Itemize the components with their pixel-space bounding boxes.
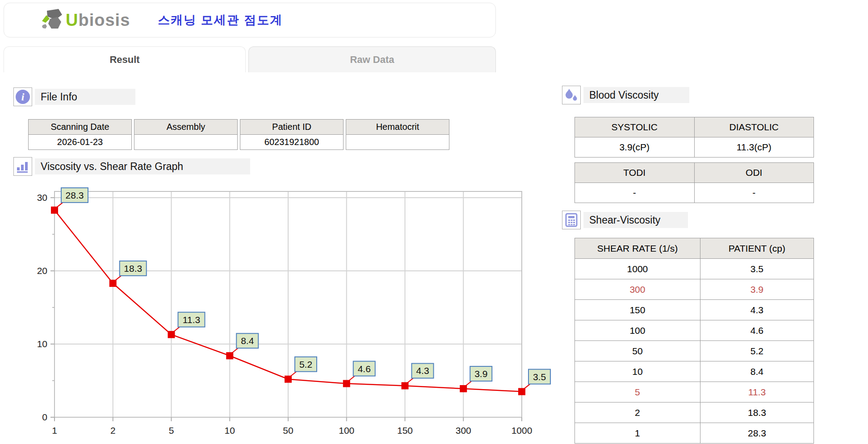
shear-row: 511.3 — [575, 382, 814, 403]
viscosity-chart-svg: 01020301251050100150300100028.318.311.38… — [27, 184, 572, 442]
viscosity-chart: 01020301251050100150300100028.318.311.38… — [27, 184, 572, 444]
svg-text:1000: 1000 — [512, 425, 533, 436]
diastolic-value: 11.3(cP) — [694, 137, 814, 158]
svg-text:11.3: 11.3 — [183, 315, 200, 325]
info-icon: i — [13, 87, 32, 106]
shear-row: 1004.6 — [575, 320, 814, 341]
svg-text:300: 300 — [456, 425, 471, 436]
file-info-field-value: 2026-01-23 — [29, 135, 131, 149]
shear-cell: 100 — [575, 320, 700, 341]
svg-text:8.4: 8.4 — [241, 336, 254, 346]
todi-header: TODI — [575, 163, 695, 183]
tab-raw-data[interactable]: Raw Data — [248, 46, 496, 72]
systolic-header: SYSTOLIC — [575, 117, 695, 137]
shear-cell: 10 — [575, 361, 700, 382]
shear-cell: 4.6 — [700, 320, 813, 341]
svg-text:50: 50 — [283, 425, 293, 436]
shear-row: 1504.3 — [575, 300, 814, 320]
shear-row: 108.4 — [575, 361, 814, 382]
file-info-field-label: Assembly — [134, 120, 237, 135]
shear-cell: 150 — [575, 300, 700, 320]
tab-result[interactable]: Result — [4, 46, 246, 72]
ubiosis-logo-icon — [42, 9, 65, 30]
svg-text:28.3: 28.3 — [66, 190, 84, 200]
bar-chart-icon — [13, 157, 32, 176]
graph-section-header: Viscosity vs. Shear Rate Graph — [13, 157, 250, 176]
file-info-field: Scanning Date2026-01-23 — [28, 119, 132, 150]
svg-text:3.5: 3.5 — [533, 372, 546, 382]
blood-drops-icon — [562, 86, 581, 104]
blood-viscosity-title: Blood Viscosity — [583, 87, 689, 103]
shear-row: 218.3 — [575, 403, 814, 423]
todi-odi-table: TODI ODI - - — [574, 162, 814, 203]
svg-text:150: 150 — [397, 425, 413, 436]
shear-cell: 4.3 — [700, 300, 813, 320]
svg-text:100: 100 — [339, 425, 354, 436]
file-info-field-value — [134, 135, 237, 149]
svg-text:18.3: 18.3 — [124, 263, 142, 274]
svg-text:1: 1 — [52, 425, 57, 436]
svg-text:4.6: 4.6 — [358, 364, 371, 374]
shear-cell: 11.3 — [700, 382, 813, 403]
shear-cell: 300 — [575, 279, 700, 300]
shear-cell: 3.9 — [700, 279, 813, 300]
svg-text:20: 20 — [37, 266, 47, 276]
blood-viscosity-section-header: Blood Viscosity — [562, 86, 689, 104]
shear-row: 505.2 — [575, 341, 814, 361]
odi-header: ODI — [694, 163, 814, 183]
file-info-field-value — [346, 135, 449, 149]
file-info-field: Patient ID60231921800 — [240, 119, 344, 150]
svg-text:10: 10 — [37, 339, 47, 349]
patient-header: PATIENT (cp) — [700, 238, 813, 259]
graph-title: Viscosity vs. Shear Rate Graph — [35, 158, 250, 174]
shear-cell: 18.3 — [700, 403, 813, 423]
file-info-title: File Info — [35, 89, 135, 105]
systolic-value: 3.9(cP) — [575, 137, 695, 158]
shear-cell: 5 — [575, 382, 700, 403]
app-korean-title: 스캐닝 모세관 점도계 — [158, 12, 283, 28]
file-info-field-label: Hematocrit — [346, 120, 449, 135]
shear-row: 128.3 — [575, 423, 814, 444]
app-header: Ubiosis 스캐닝 모세관 점도계 — [4, 3, 496, 37]
svg-text:5.2: 5.2 — [299, 359, 312, 369]
todi-value: - — [575, 183, 695, 203]
shear-cell: 5.2 — [700, 341, 813, 361]
shear-viscosity-title: Shear-Viscosity — [583, 212, 688, 228]
shear-cell: 50 — [575, 341, 700, 361]
file-info-field: Assembly — [134, 119, 238, 150]
shear-rate-header: SHEAR RATE (1/s) — [575, 238, 700, 259]
odi-value: - — [694, 183, 814, 203]
shear-cell: 1000 — [575, 259, 700, 279]
file-info-field: Hematocrit — [346, 119, 449, 150]
shear-cell: 28.3 — [700, 423, 813, 444]
shear-cell: 2 — [575, 403, 700, 423]
svg-text:10: 10 — [225, 425, 235, 436]
shear-cell: 8.4 — [700, 361, 813, 382]
blood-viscosity-table: SYSTOLIC DIASTOLIC 3.9(cP) 11.3(cP) — [574, 117, 814, 158]
shear-cell: 1 — [575, 423, 700, 444]
svg-text:4.3: 4.3 — [416, 365, 429, 376]
shear-cell: 3.5 — [700, 259, 813, 279]
shear-viscosity-section-header: Shear-Viscosity — [562, 211, 688, 229]
ubiosis-logo: Ubiosis — [42, 10, 130, 30]
calculator-icon — [562, 211, 581, 229]
svg-text:3.9: 3.9 — [474, 369, 487, 379]
shear-row: 3003.9 — [575, 279, 814, 300]
shear-viscosity-table: SHEAR RATE (1/s) PATIENT (cp) 10003.5300… — [574, 238, 814, 444]
file-info-fields: Scanning Date2026-01-23AssemblyPatient I… — [28, 119, 449, 150]
ubiosis-logo-text: Ubiosis — [66, 12, 130, 29]
svg-text:2: 2 — [110, 425, 116, 436]
diastolic-header: DIASTOLIC — [694, 117, 814, 137]
file-info-field-value: 60231921800 — [240, 135, 343, 149]
file-info-section-header: i File Info — [13, 87, 135, 106]
file-info-field-label: Patient ID — [240, 120, 343, 135]
shear-row: 10003.5 — [575, 259, 814, 279]
file-info-field-label: Scanning Date — [29, 120, 131, 135]
svg-text:5: 5 — [169, 425, 174, 436]
svg-text:30: 30 — [37, 192, 47, 203]
svg-text:0: 0 — [42, 412, 47, 422]
